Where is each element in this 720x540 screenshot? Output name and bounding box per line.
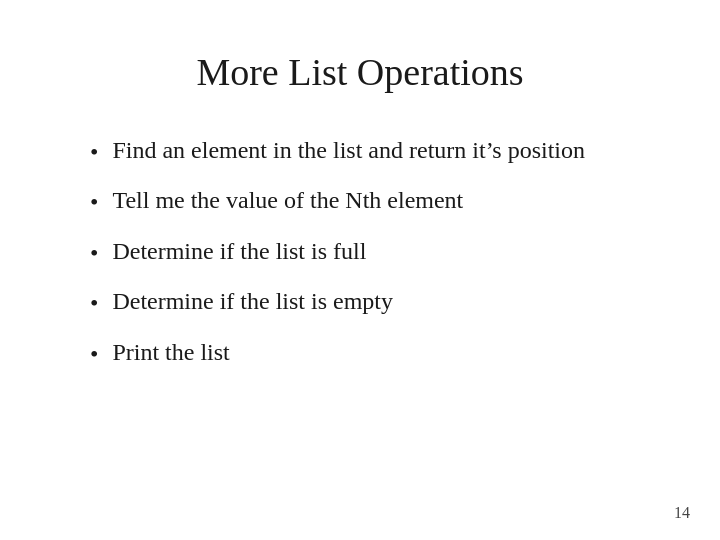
- bullet-list: •Find an element in the list and return …: [90, 134, 660, 386]
- list-item: •Determine if the list is full: [90, 235, 660, 269]
- list-item-text: Tell me the value of the Nth element: [112, 184, 463, 216]
- bullet-icon: •: [90, 186, 98, 218]
- list-item: •Find an element in the list and return …: [90, 134, 660, 168]
- slide: More List Operations •Find an element in…: [0, 0, 720, 540]
- bullet-icon: •: [90, 338, 98, 370]
- slide-title: More List Operations: [60, 50, 660, 94]
- page-number: 14: [674, 504, 690, 522]
- bullet-icon: •: [90, 237, 98, 269]
- list-item: •Determine if the list is empty: [90, 285, 660, 319]
- list-item: •Print the list: [90, 336, 660, 370]
- list-item-text: Print the list: [112, 336, 229, 368]
- bullet-icon: •: [90, 287, 98, 319]
- list-item: •Tell me the value of the Nth element: [90, 184, 660, 218]
- list-item-text: Determine if the list is full: [112, 235, 366, 267]
- list-item-text: Find an element in the list and return i…: [112, 134, 585, 166]
- bullet-icon: •: [90, 136, 98, 168]
- list-item-text: Determine if the list is empty: [112, 285, 393, 317]
